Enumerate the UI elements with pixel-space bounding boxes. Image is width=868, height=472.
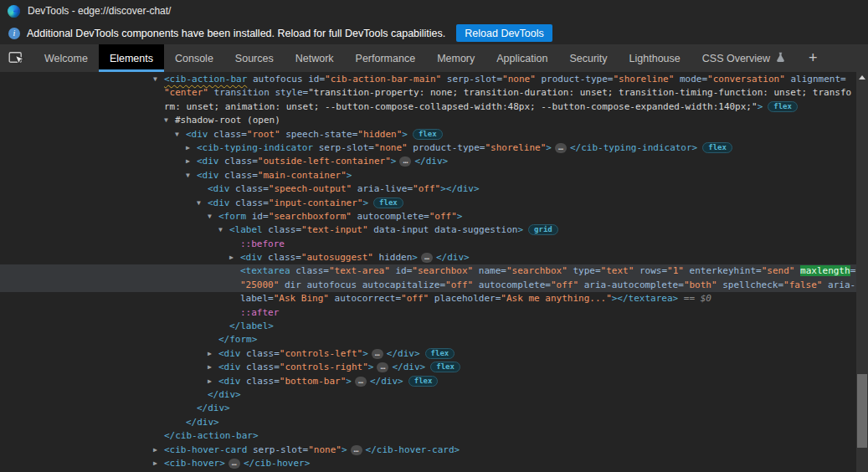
dom-tree-node[interactable]: ▼<div class="root" speech-state="hidden"…: [0, 128, 856, 141]
dom-tree-node[interactable]: ▶<cib-hover-card serp-slot="none">…</cib…: [0, 444, 856, 457]
scroll-up-arrow-icon[interactable]: [859, 75, 865, 80]
expand-arrow-closed-icon[interactable]: ▶: [208, 361, 212, 374]
code-token: "controls-right": [280, 362, 368, 372]
dom-tree-node[interactable]: ▶<div class="autosuggest" hidden>…</div>: [0, 251, 856, 264]
dom-tree-node[interactable]: ▶<div class="controls-right">…</div>flex: [0, 361, 856, 374]
expand-arrow-closed-icon[interactable]: ▶: [208, 347, 212, 361]
dom-tree-node[interactable]: <textarea class="text-area" id="searchbo…: [0, 264, 856, 278]
dom-tree-node[interactable]: ▼<label class="text-input" data-input da…: [0, 223, 856, 237]
code-token: </div>: [186, 417, 219, 428]
expand-arrow-open-icon[interactable]: ▼: [164, 114, 168, 127]
expand-arrow-open-icon[interactable]: ▼: [153, 73, 157, 86]
tab-application[interactable]: Application: [485, 44, 558, 72]
flex-badge[interactable]: flex: [768, 101, 798, 112]
dom-tree-node[interactable]: "center" transition style="transition-pr…: [0, 86, 856, 100]
ellipsis-expand-icon[interactable]: …: [555, 143, 567, 153]
expand-arrow-closed-icon[interactable]: ▶: [229, 251, 234, 264]
flex-badge[interactable]: flex: [702, 142, 732, 153]
tab-lighthouse[interactable]: Lighthouse: [619, 44, 691, 72]
dom-tree-node[interactable]: </div>: [0, 388, 856, 402]
flex-badge[interactable]: flex: [425, 348, 455, 359]
tab-label: Welcome: [44, 53, 88, 64]
tab-console[interactable]: Console: [164, 44, 224, 72]
dom-tree-node[interactable]: ▼<cib-action-bar autofocus id="cib-actio…: [0, 73, 856, 86]
code-token: >: [758, 101, 763, 112]
ellipsis-expand-icon[interactable]: …: [351, 445, 362, 455]
dom-tree-node[interactable]: ::after: [0, 306, 856, 320]
inspect-element-icon[interactable]: [0, 44, 33, 72]
dom-tree-node[interactable]: ▼<div class="main-container">: [0, 169, 856, 182]
code-token: "none": [308, 444, 342, 455]
code-token: autocomplete=: [352, 211, 429, 222]
code-token: == $0: [678, 293, 711, 304]
code-token: transition: [208, 87, 270, 98]
code-token: "text-area": [329, 265, 390, 276]
dom-tree-node[interactable]: ▶<cib-typing-indicator serp-slot="none" …: [0, 141, 856, 155]
window-titlebar: DevTools - edge://discover-chat/: [0, 0, 868, 22]
expand-arrow-closed-icon[interactable]: ▶: [153, 444, 157, 457]
ellipsis-expand-icon[interactable]: …: [421, 253, 433, 263]
code-token: maxlength: [800, 265, 850, 276]
expand-arrow-open-icon[interactable]: ▼: [218, 223, 223, 237]
code-token: name=: [473, 265, 506, 276]
expand-arrow-open-icon[interactable]: ▼: [175, 128, 179, 141]
ellipsis-expand-icon[interactable]: …: [355, 377, 367, 387]
dom-tree-node[interactable]: ▶<div class="outside-left-container">…</…: [0, 155, 856, 168]
dom-tree-node[interactable]: ▼#shadow-root (open): [0, 114, 856, 127]
dom-tree-node[interactable]: ::before: [0, 238, 856, 251]
dom-tree-node[interactable]: ▼<div class="input-container">flex: [0, 197, 856, 210]
flex-badge[interactable]: flex: [430, 362, 460, 372]
dom-tree-node[interactable]: </label>: [0, 320, 856, 333]
flex-badge[interactable]: flex: [373, 198, 403, 208]
tab-list: WelcomeElementsConsoleSourcesNetworkPerf…: [33, 44, 796, 72]
vertical-scrollbar[interactable]: [856, 72, 868, 472]
code-token: </form>: [218, 334, 257, 345]
code-token: >: [402, 129, 408, 140]
code-token: >: [457, 211, 463, 222]
scrollbar-thumb[interactable]: [857, 374, 867, 448]
tab-memory[interactable]: Memory: [426, 44, 485, 72]
tab-welcome[interactable]: Welcome: [33, 44, 99, 72]
dom-tree-node[interactable]: </form>: [0, 333, 856, 346]
dom-tree-node[interactable]: "25000" dir autofocus autocapitalize="of…: [0, 279, 856, 292]
expand-arrow-open-icon[interactable]: ▼: [208, 210, 212, 223]
code-token: speech-state=: [280, 129, 358, 140]
expand-arrow-open-icon[interactable]: ▼: [197, 197, 201, 210]
flex-badge[interactable]: flex: [413, 129, 443, 140]
expand-arrow-closed-icon[interactable]: ▶: [208, 375, 212, 388]
code-token: class=: [219, 156, 258, 167]
dom-tree-node[interactable]: </cib-action-bar>: [0, 429, 856, 443]
tab-security[interactable]: Security: [558, 44, 618, 72]
more-tabs-button[interactable]: +: [796, 44, 830, 72]
tab-css-overview[interactable]: CSS Overview: [691, 44, 796, 72]
expand-arrow-closed-icon[interactable]: ▶: [153, 457, 157, 470]
grid-badge[interactable]: grid: [528, 224, 558, 235]
tab-sources[interactable]: Sources: [224, 44, 285, 72]
ellipsis-expand-icon[interactable]: …: [372, 349, 383, 359]
code-token: autocomplete=: [473, 280, 551, 290]
code-token: serp-slot=: [441, 74, 502, 85]
ellipsis-expand-icon[interactable]: …: [377, 362, 388, 372]
ellipsis-expand-icon[interactable]: …: [399, 156, 411, 167]
dom-tree-node[interactable]: label="Ask Bing" autocorrect="off" place…: [0, 292, 856, 305]
dom-tree-node[interactable]: ▶<div class="bottom-bar">…</div>flex: [0, 375, 856, 388]
expand-arrow-closed-icon[interactable]: ▶: [186, 141, 190, 155]
dom-tree-node[interactable]: ▶<cib-hover>…</cib-hover>: [0, 457, 856, 470]
dom-tree-node[interactable]: </div>: [0, 402, 856, 415]
dom-tree-node[interactable]: </div>: [0, 416, 856, 429]
flex-badge[interactable]: flex: [408, 376, 439, 387]
code-token: >: [391, 156, 397, 167]
expand-arrow-closed-icon[interactable]: ▶: [186, 155, 190, 168]
dom-tree-node[interactable]: ▶<div class="controls-left">…</div>flex: [0, 347, 856, 361]
code-token: hidden: [373, 252, 412, 263]
dom-tree-node[interactable]: rm: unset; animation: unset; --button-co…: [0, 100, 856, 114]
tab-network[interactable]: Network: [285, 44, 345, 72]
dom-tree-node[interactable]: ▼<form id="searchboxform" autocomplete="…: [0, 210, 856, 223]
tab-elements[interactable]: Elements: [99, 44, 164, 72]
dom-tree-node[interactable]: <div class="speech-output" aria-live="of…: [0, 182, 856, 196]
tab-performance[interactable]: Performance: [345, 44, 427, 72]
ellipsis-expand-icon[interactable]: …: [229, 459, 240, 469]
code-token: "25000": [240, 280, 279, 290]
expand-arrow-open-icon[interactable]: ▼: [186, 169, 190, 182]
reload-devtools-button[interactable]: Reload DevTools: [456, 24, 552, 42]
